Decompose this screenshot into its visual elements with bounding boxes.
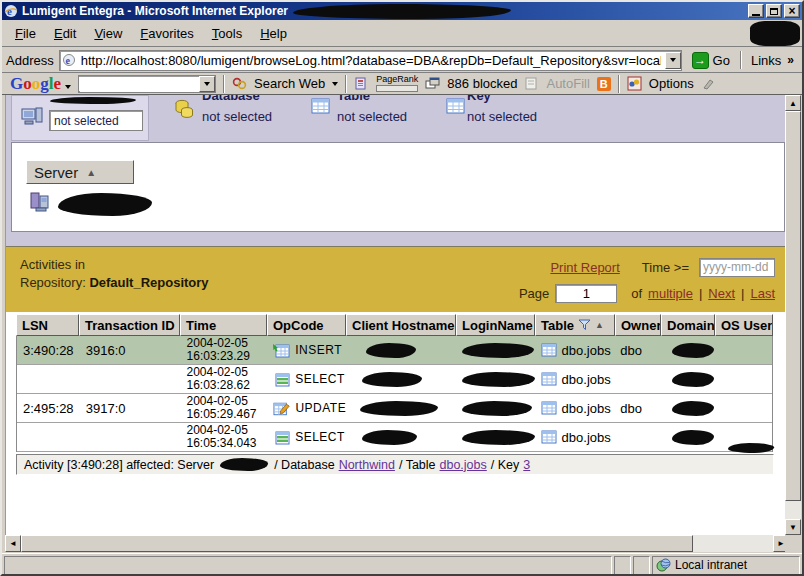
server-selected-value[interactable]: not selected (49, 110, 143, 131)
address-input[interactable]: e http://localhost:8080/lumigent/browseL… (59, 50, 682, 71)
vertical-scroll-thumb[interactable] (785, 111, 801, 501)
toolbar-separator (618, 75, 620, 93)
table-row[interactable]: 2004-02-0516:05:34.043 SELECT (17, 423, 772, 452)
google-search-box[interactable] (78, 75, 216, 93)
column-header-time[interactable]: Time (180, 314, 267, 336)
address-url[interactable]: http://localhost:8080/lumigent/browseLog… (81, 53, 661, 68)
menu-favorites[interactable]: Favorites (131, 23, 202, 44)
column-header-opcode[interactable]: OpCode (267, 314, 346, 336)
minimize-icon (752, 14, 760, 16)
chevron-right-icon: » (787, 53, 794, 67)
column-header-transaction-id[interactable]: Transaction ID (79, 314, 180, 336)
redacted-server-name (220, 458, 268, 471)
table-link[interactable]: dbo.jobs (440, 458, 487, 472)
cell-domain (660, 372, 714, 387)
redacted-text (366, 343, 416, 358)
column-header-client-hostname[interactable]: Client Hostname (346, 314, 456, 336)
status-message-pane (4, 556, 612, 575)
highlighter-icon[interactable] (701, 76, 716, 91)
time-filter-input[interactable] (699, 258, 775, 277)
page-content: not selected Database not selected (5, 95, 789, 535)
go-button[interactable]: → Go (687, 49, 735, 71)
next-page-link[interactable]: Next (708, 286, 735, 301)
print-report-link[interactable]: Print Report (550, 260, 619, 275)
selector-server[interactable]: not selected (11, 95, 149, 141)
google-search-input[interactable] (79, 77, 199, 91)
cell-domain (660, 430, 714, 445)
server-sort-button[interactable]: Server ▲ (26, 160, 134, 184)
status-pane (614, 556, 631, 575)
table-row[interactable]: 2004-02-0516:03:28.62 SELECT (17, 365, 772, 394)
activity-detail-bar: Activity [3:490:28] affected: Server / D… (16, 454, 774, 475)
pagerank-indicator[interactable]: PageRank (376, 75, 418, 92)
links-menu[interactable]: Links » (747, 53, 798, 68)
log-table-section: LSN Transaction ID Time OpCode Client Ho… (6, 312, 789, 535)
table-row[interactable]: 2:495:28 3917:0 2004-02-0516:05:29.467 (17, 394, 772, 423)
cell-time: 2004-02-0516:05:34.043 (180, 424, 267, 450)
selector-key-label[interactable]: Key (467, 95, 491, 103)
menu-bar: File Edit View Favorites Tools Help (2, 20, 802, 47)
zone-label: Local intranet (675, 558, 747, 572)
address-dropdown-button[interactable] (665, 52, 681, 69)
column-header-owner[interactable]: Owner (615, 314, 661, 336)
cell-opcode: SELECT (267, 372, 346, 387)
menu-help[interactable]: Help (251, 23, 296, 44)
scroll-up-button[interactable]: ▲ (785, 95, 801, 111)
options-button[interactable]: Options (649, 76, 694, 91)
server-node-icon (28, 190, 43, 205)
menu-edit[interactable]: Edit (45, 23, 85, 44)
selector-table-label[interactable]: Table (337, 95, 370, 103)
cell-lsn: 3:490:28 (17, 343, 80, 358)
horizontal-scroll-thumb[interactable] (21, 535, 693, 552)
selector-key-status: not selected (467, 109, 537, 124)
autofill-button[interactable]: AutoFill (546, 76, 589, 91)
google-logo[interactable]: G o o g l e (10, 74, 71, 94)
redacted-server-name[interactable] (58, 193, 152, 216)
menu-tools[interactable]: Tools (203, 23, 251, 44)
search-web-icon (232, 76, 247, 91)
column-header-os-user[interactable]: OS User (715, 314, 773, 336)
table-icon (541, 372, 557, 386)
minimize-button[interactable] (748, 4, 764, 18)
multiple-pages-link[interactable]: multiple (648, 286, 693, 301)
scroll-down-button[interactable]: ▼ (785, 519, 801, 535)
cell-time: 2004-02-0516:03:23.29 (181, 337, 268, 363)
database-link[interactable]: Northwind (339, 458, 395, 472)
vertical-scrollbar[interactable]: ▲ ▼ (785, 95, 801, 535)
close-button[interactable]: × (784, 4, 800, 18)
filter-icon[interactable] (578, 319, 591, 331)
search-dropdown-button[interactable] (199, 76, 215, 92)
news-icon[interactable] (354, 76, 369, 91)
blocked-count-button[interactable]: 886 blocked (447, 76, 517, 91)
menu-view[interactable]: View (85, 23, 131, 44)
table-row[interactable]: 3:490:28 3916:0 2004-02-0516:03:23.29 (17, 336, 772, 365)
activity-header-band: Activities in Repository: Default_Reposi… (6, 246, 789, 312)
search-web-button[interactable]: Search Web (254, 76, 325, 91)
title-bar[interactable]: e Lumigent Entegra - Microsoft Internet … (2, 2, 802, 20)
column-header-loginname[interactable]: LoginName (456, 314, 535, 336)
cell-domain (660, 401, 714, 416)
separator: | (699, 286, 702, 301)
restore-button[interactable] (766, 4, 782, 18)
selector-database-label[interactable]: Database (202, 95, 260, 103)
page-number-input[interactable] (555, 284, 617, 303)
key-link[interactable]: 3 (523, 458, 530, 472)
horizontal-scrollbar[interactable]: ◄ ► (5, 535, 789, 552)
chevron-down-icon (204, 82, 210, 86)
log-table-body: 3:490:28 3916:0 2004-02-0516:03:23.29 (16, 336, 773, 452)
last-page-link[interactable]: Last (750, 286, 775, 301)
sort-asc-icon: ▲ (595, 320, 604, 330)
blogger-icon[interactable]: B (597, 77, 611, 91)
scroll-left-button[interactable]: ◄ (5, 535, 21, 552)
column-header-domain[interactable]: Domain (661, 314, 715, 336)
database-icon (174, 98, 189, 113)
cell-owner: dbo (614, 401, 660, 416)
cell-table: dbo.jobs (535, 372, 615, 387)
select-opcode-icon (273, 372, 290, 387)
cell-table: dbo.jobs (535, 401, 615, 416)
column-header-lsn[interactable]: LSN (16, 314, 79, 336)
column-header-table[interactable]: Table ▲ (535, 314, 615, 336)
redacted-text (728, 443, 774, 453)
separator: | (741, 286, 744, 301)
menu-file[interactable]: File (6, 23, 45, 44)
